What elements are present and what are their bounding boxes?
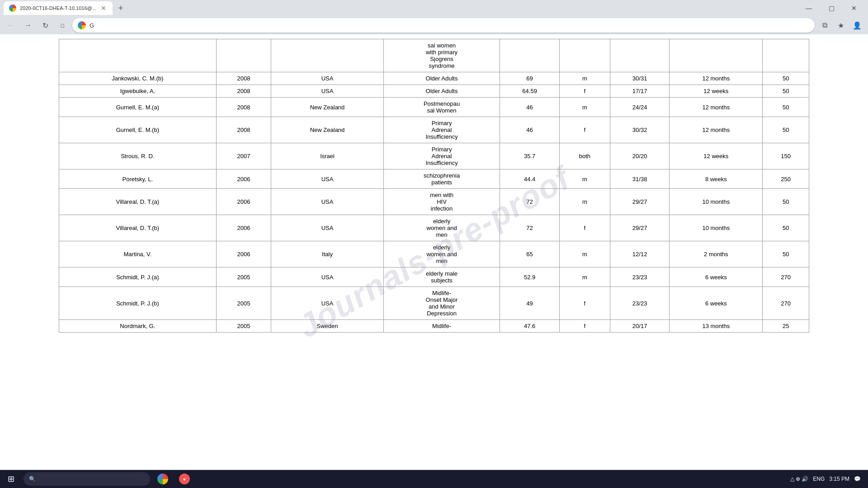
notification-icon[interactable]: 💬 (854, 476, 861, 482)
cell-country: New Zealand (271, 98, 383, 117)
cell-duration: 10 months (670, 215, 763, 241)
cell-population: Older Adults (383, 72, 500, 85)
taskbar-search[interactable]: 🔍 (24, 472, 150, 486)
taskbar-app2[interactable]: ● (174, 470, 195, 488)
profile-button[interactable]: 👤 (850, 18, 864, 33)
cell-duration: 12 weeks (670, 85, 763, 98)
cell-n (610, 39, 669, 72)
cell-n: 31/38 (610, 169, 669, 189)
cell-population: Midlife-Onset Majorand MinorDepression (383, 287, 500, 320)
cell-age: 65 (500, 241, 559, 267)
data-table: sal womenwith primarySjogrenssyndrome Ja… (59, 39, 809, 333)
cell-author: Villareal, D. T.(b) (59, 215, 217, 241)
maximize-button[interactable]: ▢ (821, 1, 842, 15)
cell-age: 64.59 (500, 85, 559, 98)
browser-window: 2020-0CT16-DHEA-T-10.1016@... ✕ + — ▢ ✕ … (0, 0, 868, 470)
cell-author: Martina, V. (59, 241, 217, 267)
taskbar-language: ENG (813, 476, 825, 482)
page-content: Journals-pre-proof sal womenwith primary… (0, 34, 868, 470)
cell-dose: 270 (763, 267, 809, 287)
cell-dose (763, 39, 809, 72)
address-bar[interactable]: G (72, 18, 815, 33)
tab-title: 2020-0CT16-DHEA-T-10.1016@... (20, 5, 96, 11)
reload-button[interactable]: ↻ (38, 18, 52, 33)
table-row: Poretsky, L. 2006 USA schizophreniapatie… (59, 169, 809, 189)
app-icon: ● (179, 474, 190, 484)
cell-author: Villareal, D. T.(a) (59, 189, 217, 215)
cell-dose: 50 (763, 85, 809, 98)
cell-sex: f (559, 117, 610, 143)
cell-n: 23/23 (610, 287, 669, 320)
cell-n: 20/20 (610, 143, 669, 169)
cell-duration: 12 months (670, 98, 763, 117)
cell-duration: 2 months (670, 241, 763, 267)
table-row: Martina, V. 2006 Italy elderlywomen andm… (59, 241, 809, 267)
taskbar-right: △ ⊕ 🔊 ENG 3:15 PM 💬 (790, 476, 868, 482)
forward-button[interactable]: → (21, 18, 35, 33)
cell-year: 2006 (216, 169, 271, 189)
cell-population: elderlywomen andmen (383, 215, 500, 241)
browser-toolbar: ← → ↻ ⌂ G ⧉ ★ 👤 (0, 16, 868, 34)
bookmark-button[interactable]: ★ (834, 18, 848, 33)
cell-year: 2005 (216, 320, 271, 333)
cell-dose: 150 (763, 143, 809, 169)
table-row: Igwebuike, A. 2008 USA Older Adults 64.5… (59, 85, 809, 98)
cell-dose: 250 (763, 169, 809, 189)
cell-n: 29/27 (610, 215, 669, 241)
browser-tab-active[interactable]: 2020-0CT16-DHEA-T-10.1016@... ✕ (4, 1, 113, 15)
taskbar-time: 3:15 PM (829, 476, 849, 482)
cell-sex: m (559, 169, 610, 189)
google-icon (78, 21, 86, 29)
cell-dose: 50 (763, 117, 809, 143)
home-button[interactable]: ⌂ (55, 18, 70, 33)
cell-country: USA (271, 287, 383, 320)
tab-close-button[interactable]: ✕ (100, 5, 107, 12)
cell-n: 30/32 (610, 117, 669, 143)
extensions-button[interactable]: ⧉ (817, 18, 832, 33)
cell-population: Older Adults (383, 85, 500, 98)
table-container: sal womenwith primarySjogrenssyndrome Ja… (0, 34, 868, 337)
cell-population: men withHIVinfection (383, 189, 500, 215)
back-button[interactable]: ← (4, 18, 18, 33)
search-icon: 🔍 (29, 476, 36, 482)
cell-n: 20/17 (610, 320, 669, 333)
cell-n: 12/12 (610, 241, 669, 267)
cell-age: 46 (500, 117, 559, 143)
window-controls: — ▢ ✕ (798, 1, 864, 15)
taskbar-icons: △ ⊕ 🔊 (790, 476, 809, 482)
cell-sex: f (559, 85, 610, 98)
table-row: Nordmark, G. 2005 Sweden Midlife- 47.6 f… (59, 320, 809, 333)
minimize-button[interactable]: — (798, 1, 819, 15)
cell-country: USA (271, 72, 383, 85)
taskbar-chrome[interactable] (152, 470, 174, 488)
cell-population: elderly malesubjects (383, 267, 500, 287)
tab-favicon-icon (9, 5, 16, 12)
cell-population: Midlife- (383, 320, 500, 333)
close-button[interactable]: ✕ (844, 1, 864, 15)
cell-duration: 6 weeks (670, 267, 763, 287)
cell-age: 52.9 (500, 267, 559, 287)
table-row: Schmidt, P. J.(b) 2005 USA Midlife-Onset… (59, 287, 809, 320)
cell-age: 46 (500, 98, 559, 117)
cell-age: 35.7 (500, 143, 559, 169)
cell-population: PrimaryAdrenalInsufficiency (383, 117, 500, 143)
cell-n: 23/23 (610, 267, 669, 287)
cell-sex: m (559, 241, 610, 267)
cell-sex: m (559, 267, 610, 287)
table-row: Jankowski, C. M.(b) 2008 USA Older Adult… (59, 72, 809, 85)
cell-author: Schmidt, P. J.(a) (59, 267, 217, 287)
table-row: Schmidt, P. J.(a) 2005 USA elderly males… (59, 267, 809, 287)
start-button[interactable]: ⊞ (0, 470, 22, 488)
cell-duration: 12 months (670, 117, 763, 143)
cell-author: Igwebuike, A. (59, 85, 217, 98)
cell-author: Gurnell, E. M.(b) (59, 117, 217, 143)
cell-duration: 8 weeks (670, 169, 763, 189)
cell-author: Poretsky, L. (59, 169, 217, 189)
cell-population: Postmenopausal Women (383, 98, 500, 117)
cell-year: 2008 (216, 85, 271, 98)
cell-duration: 13 months (670, 320, 763, 333)
cell-author: Jankowski, C. M.(b) (59, 72, 217, 85)
new-tab-button[interactable]: + (114, 2, 127, 14)
cell-age: 72 (500, 215, 559, 241)
cell-year: 2008 (216, 98, 271, 117)
